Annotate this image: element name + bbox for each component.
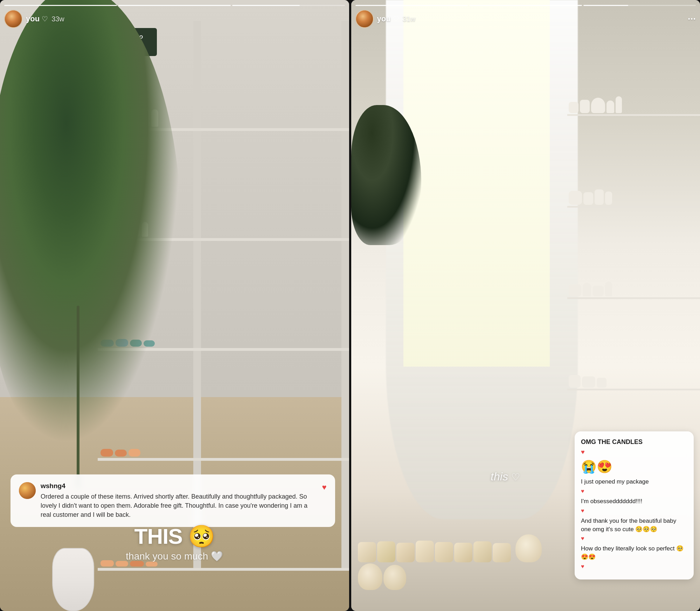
progress-seg2-2 <box>469 5 582 6</box>
chat-heart-3: ♥ <box>581 535 687 542</box>
story-2[interactable]: this ♡ you ♡ <box>351 0 700 611</box>
this-italic-overlay: this ♡ <box>491 470 520 483</box>
reviewer-avatar <box>19 482 36 499</box>
chat-msg-1: I just opened my package <box>581 478 687 486</box>
this-big-text: THIS 🥺 <box>0 524 349 549</box>
chat-msg-2: I'm obsesseddddddd!!!! <box>581 497 687 506</box>
story-time-1: 33w <box>51 15 64 23</box>
review-text-area: wshng4 Ordered a couple of these items. … <box>41 482 317 519</box>
story-1[interactable]: STUDIO AKI·YO AFTER <box>0 0 349 611</box>
this-sub-text: thank you so much 🤍 <box>0 550 349 562</box>
story-header-1: you ♡ 33w <box>4 10 345 28</box>
progress-segment-3 <box>232 5 345 6</box>
progress-segment-2 <box>118 5 231 6</box>
story-user-info-1: you ♡ <box>26 14 48 23</box>
window-light <box>403 0 550 367</box>
plant-stem <box>77 306 79 489</box>
this-text-overlay: THIS 🥺 thank you so much 🤍 <box>0 524 349 562</box>
candle-floor-arrangement <box>358 534 567 590</box>
review-heart-icon: ♥ <box>322 483 326 492</box>
review-card: wshng4 Ordered a couple of these items. … <box>11 474 335 527</box>
progress-segment-1 <box>4 5 117 6</box>
progress-bar-row <box>4 5 345 6</box>
chat-heading: OMG THE CANDLES <box>581 438 687 446</box>
story-time-2: 31w <box>403 15 416 23</box>
progress-seg2-1 <box>355 5 468 6</box>
this-italic-heart: ♡ <box>511 472 520 482</box>
chat-heart-4: ♥ <box>581 563 687 570</box>
progress-seg2-3 <box>583 5 696 6</box>
more-options-button[interactable]: ··· <box>688 13 696 25</box>
story-user-info-2: you ♡ <box>377 14 399 23</box>
user-avatar-1[interactable] <box>4 10 22 28</box>
chat-card: OMG THE CANDLES ♥ 😭😍 I just opened my pa… <box>575 431 694 579</box>
chat-msg-3: And thank you for the beautiful baby one… <box>581 517 687 534</box>
story-heart-2: ♡ <box>393 15 399 23</box>
story-username-1: you <box>26 14 40 23</box>
user-avatar-2[interactable] <box>355 10 374 28</box>
review-body: Ordered a couple of these items. Arrived… <box>41 492 317 519</box>
story-heart-1: ♡ <box>42 15 48 23</box>
chat-msg-4: How do they literally look so perfect 🥺😍… <box>581 544 687 561</box>
progress-bar-row-2 <box>355 5 696 6</box>
reviewer-name: wshng4 <box>41 482 317 490</box>
chat-emojis: 😭😍 <box>581 459 687 474</box>
chat-heart-2: ♥ <box>581 508 687 514</box>
this-italic-text: this <box>491 470 508 483</box>
story-username-2: you <box>377 14 391 23</box>
chat-heart-1: ♥ <box>581 488 687 494</box>
story-header-2: you ♡ 31w ··· <box>355 10 696 28</box>
chat-heart-row-1: ♥ <box>581 449 687 456</box>
